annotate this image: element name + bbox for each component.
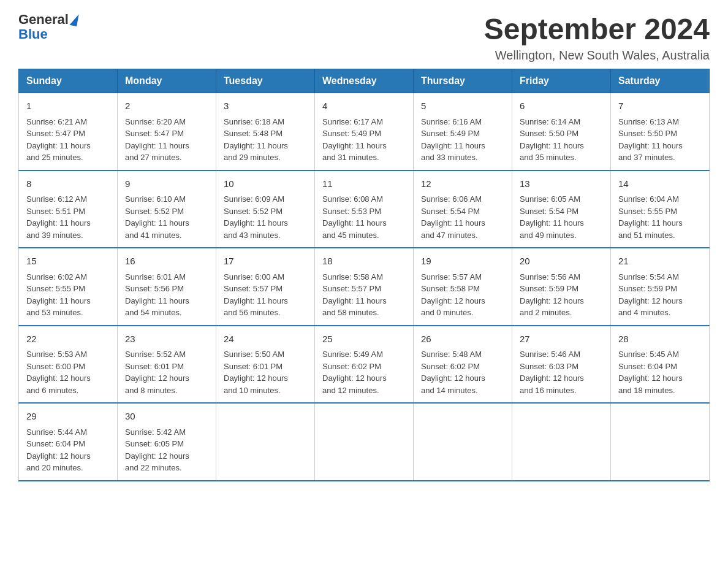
day-number: 7 bbox=[618, 99, 702, 113]
day-number: 15 bbox=[26, 255, 110, 269]
day-number: 4 bbox=[322, 99, 406, 113]
day-info: Sunrise: 5:49 AMSunset: 6:02 PMDaylight:… bbox=[322, 350, 387, 395]
day-info: Sunrise: 5:46 AMSunset: 6:03 PMDaylight:… bbox=[520, 350, 584, 395]
title-area: September 2024 Wellington, New South Wal… bbox=[484, 12, 710, 63]
calendar-week-row: 8 Sunrise: 6:12 AMSunset: 5:51 PMDayligh… bbox=[19, 170, 710, 248]
calendar-table: SundayMondayTuesdayWednesdayThursdayFrid… bbox=[18, 69, 710, 481]
calendar-week-row: 22 Sunrise: 5:53 AMSunset: 6:00 PMDaylig… bbox=[19, 326, 710, 404]
day-number: 19 bbox=[421, 255, 504, 269]
day-number: 25 bbox=[322, 332, 406, 347]
calendar-cell: 13 Sunrise: 6:05 AMSunset: 5:54 PMDaylig… bbox=[512, 170, 611, 248]
calendar-cell: 18 Sunrise: 5:58 AMSunset: 5:57 PMDaylig… bbox=[315, 248, 414, 326]
day-info: Sunrise: 5:58 AMSunset: 5:57 PMDaylight:… bbox=[322, 272, 387, 318]
day-info: Sunrise: 5:54 AMSunset: 5:59 PMDaylight:… bbox=[618, 272, 683, 318]
location-subtitle: Wellington, New South Wales, Australia bbox=[484, 48, 710, 63]
calendar-cell: 30 Sunrise: 5:42 AMSunset: 6:05 PMDaylig… bbox=[118, 403, 216, 481]
day-number: 29 bbox=[26, 410, 110, 424]
weekday-header-tuesday: Tuesday bbox=[216, 69, 315, 93]
day-number: 11 bbox=[322, 177, 406, 191]
day-number: 30 bbox=[125, 410, 208, 424]
day-number: 14 bbox=[618, 177, 702, 191]
weekday-header-friday: Friday bbox=[512, 69, 611, 93]
calendar-cell: 7 Sunrise: 6:13 AMSunset: 5:50 PMDayligh… bbox=[611, 93, 710, 170]
day-number: 18 bbox=[322, 255, 406, 269]
day-info: Sunrise: 6:02 AMSunset: 5:55 PMDaylight:… bbox=[26, 272, 91, 318]
weekday-header-monday: Monday bbox=[118, 69, 216, 93]
calendar-body: 1 Sunrise: 6:21 AMSunset: 5:47 PMDayligh… bbox=[19, 93, 710, 481]
calendar-cell: 6 Sunrise: 6:14 AMSunset: 5:50 PMDayligh… bbox=[512, 93, 611, 170]
day-info: Sunrise: 5:52 AMSunset: 6:01 PMDaylight:… bbox=[125, 350, 189, 395]
day-number: 28 bbox=[618, 332, 702, 347]
calendar-cell: 1 Sunrise: 6:21 AMSunset: 5:47 PMDayligh… bbox=[19, 93, 118, 170]
calendar-cell: 24 Sunrise: 5:50 AMSunset: 6:01 PMDaylig… bbox=[216, 326, 315, 404]
day-number: 17 bbox=[224, 255, 307, 269]
weekday-header-wednesday: Wednesday bbox=[315, 69, 414, 93]
calendar-cell: 14 Sunrise: 6:04 AMSunset: 5:55 PMDaylig… bbox=[611, 170, 710, 248]
calendar-cell: 23 Sunrise: 5:52 AMSunset: 6:01 PMDaylig… bbox=[118, 326, 216, 404]
logo-triangle-icon bbox=[69, 13, 78, 26]
day-number: 10 bbox=[224, 177, 307, 191]
day-number: 20 bbox=[520, 255, 603, 269]
day-info: Sunrise: 6:09 AMSunset: 5:52 PMDaylight:… bbox=[224, 194, 288, 240]
day-info: Sunrise: 5:57 AMSunset: 5:58 PMDaylight:… bbox=[421, 272, 485, 318]
page-header: General Blue September 2024 Wellington, … bbox=[18, 12, 710, 63]
calendar-cell: 16 Sunrise: 6:01 AMSunset: 5:56 PMDaylig… bbox=[118, 248, 216, 326]
day-info: Sunrise: 6:20 AMSunset: 5:47 PMDaylight:… bbox=[125, 117, 189, 163]
day-info: Sunrise: 6:05 AMSunset: 5:54 PMDaylight:… bbox=[520, 194, 584, 240]
calendar-cell bbox=[315, 403, 414, 481]
day-number: 23 bbox=[125, 332, 208, 347]
day-info: Sunrise: 5:45 AMSunset: 6:04 PMDaylight:… bbox=[618, 350, 683, 395]
calendar-week-row: 29 Sunrise: 5:44 AMSunset: 6:04 PMDaylig… bbox=[19, 403, 710, 481]
calendar-week-row: 1 Sunrise: 6:21 AMSunset: 5:47 PMDayligh… bbox=[19, 93, 710, 170]
calendar-cell: 26 Sunrise: 5:48 AMSunset: 6:02 PMDaylig… bbox=[414, 326, 512, 404]
day-number: 27 bbox=[520, 332, 603, 347]
weekday-header-thursday: Thursday bbox=[414, 69, 512, 93]
calendar-cell: 25 Sunrise: 5:49 AMSunset: 6:02 PMDaylig… bbox=[315, 326, 414, 404]
calendar-cell bbox=[512, 403, 611, 481]
calendar-cell bbox=[414, 403, 512, 481]
calendar-cell: 19 Sunrise: 5:57 AMSunset: 5:58 PMDaylig… bbox=[414, 248, 512, 326]
calendar-cell: 10 Sunrise: 6:09 AMSunset: 5:52 PMDaylig… bbox=[216, 170, 315, 248]
day-info: Sunrise: 5:56 AMSunset: 5:59 PMDaylight:… bbox=[520, 272, 584, 318]
day-info: Sunrise: 6:14 AMSunset: 5:50 PMDaylight:… bbox=[520, 117, 584, 163]
logo-blue-text: Blue bbox=[18, 27, 78, 42]
logo: General Blue bbox=[18, 12, 78, 42]
day-number: 21 bbox=[618, 255, 702, 269]
calendar-cell: 21 Sunrise: 5:54 AMSunset: 5:59 PMDaylig… bbox=[611, 248, 710, 326]
calendar-cell: 11 Sunrise: 6:08 AMSunset: 5:53 PMDaylig… bbox=[315, 170, 414, 248]
weekday-header-row: SundayMondayTuesdayWednesdayThursdayFrid… bbox=[19, 69, 710, 93]
calendar-cell bbox=[216, 403, 315, 481]
day-info: Sunrise: 6:04 AMSunset: 5:55 PMDaylight:… bbox=[618, 194, 683, 240]
day-info: Sunrise: 5:44 AMSunset: 6:04 PMDaylight:… bbox=[26, 427, 91, 473]
calendar-cell: 27 Sunrise: 5:46 AMSunset: 6:03 PMDaylig… bbox=[512, 326, 611, 404]
calendar-cell: 15 Sunrise: 6:02 AMSunset: 5:55 PMDaylig… bbox=[19, 248, 118, 326]
day-info: Sunrise: 6:01 AMSunset: 5:56 PMDaylight:… bbox=[125, 272, 189, 318]
calendar-week-row: 15 Sunrise: 6:02 AMSunset: 5:55 PMDaylig… bbox=[19, 248, 710, 326]
calendar-cell: 8 Sunrise: 6:12 AMSunset: 5:51 PMDayligh… bbox=[19, 170, 118, 248]
day-info: Sunrise: 6:17 AMSunset: 5:49 PMDaylight:… bbox=[322, 117, 387, 163]
day-number: 24 bbox=[224, 332, 307, 347]
day-number: 16 bbox=[125, 255, 208, 269]
day-number: 12 bbox=[421, 177, 504, 191]
day-info: Sunrise: 5:42 AMSunset: 6:05 PMDaylight:… bbox=[125, 427, 189, 473]
logo-general-text: General bbox=[18, 12, 69, 27]
calendar-cell bbox=[611, 403, 710, 481]
day-number: 13 bbox=[520, 177, 603, 191]
calendar-cell: 22 Sunrise: 5:53 AMSunset: 6:00 PMDaylig… bbox=[19, 326, 118, 404]
calendar-cell: 28 Sunrise: 5:45 AMSunset: 6:04 PMDaylig… bbox=[611, 326, 710, 404]
day-number: 3 bbox=[224, 99, 307, 113]
calendar-cell: 9 Sunrise: 6:10 AMSunset: 5:52 PMDayligh… bbox=[118, 170, 216, 248]
calendar-cell: 4 Sunrise: 6:17 AMSunset: 5:49 PMDayligh… bbox=[315, 93, 414, 170]
calendar-cell: 17 Sunrise: 6:00 AMSunset: 5:57 PMDaylig… bbox=[216, 248, 315, 326]
day-number: 5 bbox=[421, 99, 504, 113]
day-number: 22 bbox=[26, 332, 110, 347]
day-info: Sunrise: 6:00 AMSunset: 5:57 PMDaylight:… bbox=[224, 272, 288, 318]
day-info: Sunrise: 6:10 AMSunset: 5:52 PMDaylight:… bbox=[125, 194, 189, 240]
calendar-cell: 3 Sunrise: 6:18 AMSunset: 5:48 PMDayligh… bbox=[216, 93, 315, 170]
calendar-cell: 2 Sunrise: 6:20 AMSunset: 5:47 PMDayligh… bbox=[118, 93, 216, 170]
calendar-cell: 29 Sunrise: 5:44 AMSunset: 6:04 PMDaylig… bbox=[19, 403, 118, 481]
weekday-header-sunday: Sunday bbox=[19, 69, 118, 93]
calendar-cell: 20 Sunrise: 5:56 AMSunset: 5:59 PMDaylig… bbox=[512, 248, 611, 326]
day-info: Sunrise: 6:21 AMSunset: 5:47 PMDaylight:… bbox=[26, 117, 91, 163]
day-info: Sunrise: 5:48 AMSunset: 6:02 PMDaylight:… bbox=[421, 350, 485, 395]
